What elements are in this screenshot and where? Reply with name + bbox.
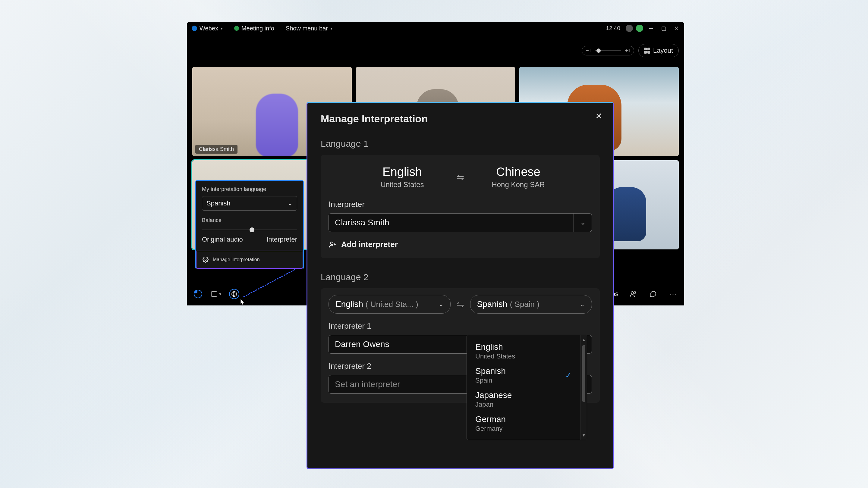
chevron-down-icon[interactable]: ⌄ — [574, 214, 592, 232]
interpreter-label: Interpreter — [329, 200, 592, 209]
more-options-button[interactable]: ⋯ — [668, 289, 678, 299]
chevron-down-icon: ▾ — [221, 26, 223, 31]
status-indicator-green-icon[interactable] — [636, 25, 643, 32]
dropdown-option-spanish[interactable]: SpanishSpain ✓ — [467, 363, 580, 387]
svg-point-2 — [631, 292, 633, 294]
lang1-b-name: Chinese — [476, 165, 561, 178]
dropdown-option-german[interactable]: GermanGermany — [467, 412, 580, 435]
status-indicator-gray-icon[interactable] — [626, 25, 633, 32]
language-1-source: English United States — [360, 165, 444, 189]
interpretation-popover: My interpretation language Spanish ⌄ Bal… — [195, 180, 304, 269]
check-icon: ✓ — [565, 371, 572, 380]
balance-left-label: Original audio — [202, 235, 243, 243]
participant-name: Clarissa Smith — [195, 145, 238, 154]
my-interp-lang-label: My interpretation language — [202, 186, 297, 193]
interpreter-1-label: Interpreter 1 — [329, 321, 592, 331]
people-icon — [629, 290, 637, 298]
meeting-info[interactable]: Meeting info — [232, 24, 276, 33]
zoom-slider[interactable] — [595, 50, 621, 51]
lang1-a-name: English — [360, 165, 444, 178]
zoom-out-icon[interactable]: −⃝ — [585, 47, 592, 54]
balance-slider[interactable] — [202, 230, 297, 230]
dialog-title: Manage Interpretation — [321, 113, 600, 125]
record-button[interactable] — [193, 289, 203, 299]
minimize-button[interactable]: ─ — [646, 24, 656, 33]
swap-arrows-icon[interactable]: ⇋ — [457, 299, 464, 310]
lang1-interpreter-select[interactable]: Clarissa Smith ⌄ — [329, 213, 592, 232]
dropdown-option-japanese[interactable]: JapaneseJapan — [467, 387, 580, 412]
cursor-icon — [239, 298, 247, 305]
language-dropdown-menu: EnglishUnited States SpanishSpain ✓ Japa… — [467, 335, 587, 440]
lang1-a-region: United States — [360, 181, 444, 189]
swap-arrows-icon: ⇋ — [457, 172, 464, 182]
scroll-up-icon[interactable]: ▴ — [583, 337, 585, 343]
svg-point-3 — [331, 242, 333, 245]
balance-label: Balance — [202, 217, 297, 224]
chevron-down-icon: ▾ — [330, 26, 333, 31]
app-name: Webex — [199, 25, 218, 32]
chevron-down-icon: ⌄ — [580, 301, 585, 308]
manage-interpretation-button[interactable]: Manage interpretation — [196, 251, 303, 269]
show-menu-bar[interactable]: Show menu bar ▾ — [284, 24, 334, 33]
close-window-button[interactable]: ✕ — [672, 24, 681, 33]
meeting-info-icon — [234, 26, 239, 31]
clock: 12:40 — [606, 25, 620, 32]
interpretation-language-select[interactable]: Spanish ⌄ — [202, 196, 297, 210]
dropdown-list: EnglishUnited States SpanishSpain ✓ Japa… — [467, 335, 580, 440]
interpretation-globe-button[interactable] — [229, 289, 239, 299]
dropdown-scrollbar[interactable]: ▴ ▾ — [580, 335, 587, 440]
chevron-down-icon: ⌄ — [287, 199, 293, 207]
lang2-a-region: ( United Sta... ) — [366, 300, 418, 309]
titlebar: Webex ▾ Meeting info Show menu bar ▾ 12:… — [187, 22, 684, 34]
lang1-interpreter-value: Clarissa Smith — [329, 214, 574, 232]
scroll-down-icon[interactable]: ▾ — [583, 432, 585, 438]
manage-interp-label: Manage interpretation — [213, 257, 260, 262]
lang2-a-name: English — [336, 299, 363, 309]
add-person-icon — [329, 241, 336, 249]
language-1-target: Chinese Hong Kong SAR — [476, 165, 561, 189]
language-1-card: English United States ⇋ Chinese Hong Kon… — [321, 155, 600, 258]
interp-lang-value: Spanish — [207, 199, 230, 207]
dialog-close-button[interactable]: ✕ — [592, 110, 604, 122]
participants-button[interactable] — [628, 289, 638, 299]
maximize-button[interactable]: ▢ — [659, 24, 669, 33]
chat-panel-button[interactable] — [648, 289, 658, 299]
chat-bubble-icon — [650, 290, 657, 298]
svg-point-0 — [205, 259, 207, 261]
layout-grid-icon — [644, 47, 650, 54]
balance-right-label: Interpreter — [267, 235, 298, 243]
language-1-section-label: Language 1 — [321, 138, 600, 149]
language-2-section-label: Language 2 — [321, 272, 600, 282]
lang1-b-region: Hong Kong SAR — [476, 181, 561, 189]
layout-label: Layout — [653, 47, 673, 55]
lang2-b-name: Spanish — [477, 299, 507, 309]
manage-interpretation-dialog: Manage Interpretation ✕ Language 1 Engli… — [307, 102, 614, 469]
zoom-in-icon[interactable]: +⃝ — [624, 47, 631, 54]
show-menu-label: Show menu bar — [286, 25, 328, 32]
meeting-info-label: Meeting info — [241, 25, 274, 32]
chat-button[interactable]: ▾ — [211, 289, 221, 299]
lang2-source-select[interactable]: English ( United Sta... ) ⌄ — [329, 295, 451, 314]
gear-icon — [203, 257, 209, 263]
app-menu[interactable]: Webex ▾ — [190, 24, 224, 33]
webex-logo-icon — [192, 26, 197, 31]
add-interpreter-label: Add interpreter — [341, 240, 398, 249]
lang2-b-region: ( Spain ) — [510, 300, 539, 309]
scroll-thumb[interactable] — [582, 345, 585, 402]
layout-button[interactable]: Layout — [638, 44, 679, 57]
globe-icon — [231, 291, 237, 297]
view-toolbar: −⃝ +⃝ Layout — [582, 44, 679, 57]
zoom-control[interactable]: −⃝ +⃝ — [582, 46, 634, 56]
dropdown-option-english[interactable]: EnglishUnited States — [467, 339, 580, 363]
chevron-down-icon: ⌄ — [438, 301, 444, 308]
lang2-target-select[interactable]: Spanish ( Spain ) ⌄ — [470, 295, 592, 314]
add-interpreter-button[interactable]: Add interpreter — [329, 240, 592, 249]
